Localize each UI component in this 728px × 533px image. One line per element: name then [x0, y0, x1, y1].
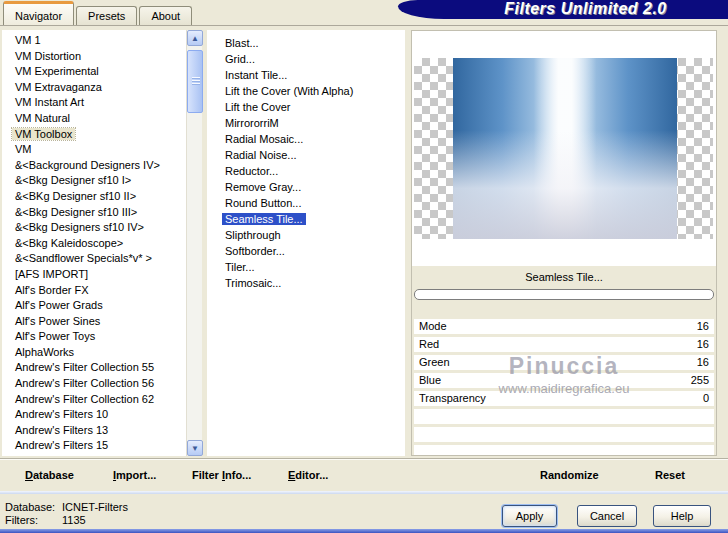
- database-value: ICNET-Filters: [62, 501, 128, 514]
- param-row: Mode16: [414, 319, 714, 334]
- tab-navigator[interactable]: Navigator: [3, 1, 74, 25]
- category-item[interactable]: VM Instant Art: [12, 95, 186, 111]
- category-item[interactable]: VM Toolbox: [12, 127, 186, 143]
- filter-item[interactable]: Slipthrough: [222, 227, 405, 243]
- cancel-button[interactable]: Cancel: [577, 505, 637, 527]
- category-item[interactable]: &<Bkg Designer sf10 I>: [12, 173, 186, 189]
- param-row: Red16: [414, 337, 714, 352]
- filters-value: 1135: [62, 514, 128, 527]
- preview-area: [412, 31, 716, 266]
- filter-item[interactable]: Radial Mosaic...: [222, 131, 405, 147]
- tab-about[interactable]: About: [139, 6, 192, 25]
- param-name: Blue: [419, 373, 441, 388]
- param-value[interactable]: 16: [697, 337, 709, 352]
- category-item[interactable]: AlphaWorks: [12, 345, 186, 361]
- filter-item[interactable]: Grid...: [222, 51, 405, 67]
- category-item[interactable]: &<Bkg Designers sf10 IV>: [12, 220, 186, 236]
- filter-item[interactable]: MirrororriM: [222, 115, 405, 131]
- window-bottom-edge: [0, 529, 728, 533]
- category-item[interactable]: &<Bkg Kaleidoscope>: [12, 236, 186, 252]
- import-button[interactable]: Import...: [113, 460, 156, 491]
- preview-image: [453, 58, 677, 239]
- scrollbar-thumb[interactable]: [187, 50, 203, 113]
- status-info: Database: ICNET-Filters Filters: 1135: [5, 501, 128, 527]
- param-value[interactable]: 0: [703, 391, 709, 406]
- apply-button[interactable]: Apply: [502, 505, 557, 527]
- selected-filter-label: Seamless Tile...: [412, 266, 716, 288]
- filter-info-button[interactable]: Filter Info...: [192, 460, 251, 491]
- category-item[interactable]: Alf's Power Toys: [12, 329, 186, 345]
- param-row: Transparency0: [414, 391, 714, 406]
- filter-item[interactable]: Instant Tile...: [222, 67, 405, 83]
- toolbar: DatabaseImport...Filter Info...Editor...…: [0, 459, 728, 490]
- category-item[interactable]: VM Experimental: [12, 64, 186, 80]
- scroll-down-icon[interactable]: ▼: [187, 440, 203, 456]
- scrollbar-grip-icon: [192, 77, 200, 86]
- category-item[interactable]: Alf's Power Sines: [12, 314, 186, 330]
- category-item[interactable]: Andrew's Filter Collection 55: [12, 360, 186, 376]
- database-button[interactable]: Database: [25, 460, 74, 491]
- filters-label: Filters:: [5, 514, 62, 527]
- category-list: VM 1VM DistortionVM ExperimentalVM Extra…: [2, 30, 186, 456]
- category-item[interactable]: &<BKg Designer sf10 II>: [12, 189, 186, 205]
- filter-item[interactable]: Softborder...: [222, 243, 405, 259]
- param-name: Red: [419, 337, 439, 352]
- preview-panel: Seamless Tile... Mode16Red16Green16Blue2…: [411, 30, 717, 456]
- category-item[interactable]: VM 1: [12, 33, 186, 49]
- category-item[interactable]: [AFS IMPORT]: [12, 267, 186, 283]
- filter-item[interactable]: Radial Noise...: [222, 147, 405, 163]
- category-item[interactable]: Andrew's Filters 10: [12, 407, 186, 423]
- param-value[interactable]: 16: [697, 319, 709, 334]
- param-row-empty: [414, 409, 714, 424]
- database-label: Database:: [5, 501, 62, 514]
- category-item[interactable]: Andrew's Filters 13: [12, 423, 186, 439]
- parameter-table: Mode16Red16Green16Blue255Transparency0: [412, 319, 716, 455]
- param-name: Mode: [419, 319, 447, 334]
- param-value[interactable]: 255: [691, 373, 709, 388]
- scroll-up-icon[interactable]: ▲: [187, 30, 203, 46]
- filters-unlimited-window: Navigator Presets About Filters Unlimite…: [0, 0, 728, 533]
- app-title-banner: Filters Unlimited 2.0: [398, 0, 728, 19]
- filter-list: Blast...Grid...Instant Tile...Lift the C…: [207, 30, 405, 456]
- category-item[interactable]: Andrew's Filter Collection 56: [12, 376, 186, 392]
- param-row: Green16: [414, 355, 714, 370]
- category-scrollbar[interactable]: ▲ ▼: [186, 30, 202, 456]
- filter-item[interactable]: Blast...: [222, 35, 405, 51]
- category-item[interactable]: VM: [12, 142, 186, 158]
- filter-item[interactable]: Round Button...: [222, 195, 405, 211]
- progress-bar: [414, 289, 714, 300]
- help-button[interactable]: Help: [653, 505, 711, 527]
- param-value[interactable]: 16: [697, 355, 709, 370]
- category-item[interactable]: Alf's Border FX: [12, 283, 186, 299]
- filter-item[interactable]: Reductor...: [222, 163, 405, 179]
- category-item[interactable]: Alf's Power Grads: [12, 298, 186, 314]
- filter-item[interactable]: Trimosaic...: [222, 275, 405, 291]
- category-item[interactable]: &<Background Designers IV>: [12, 158, 186, 174]
- editor-button[interactable]: Editor...: [288, 460, 328, 491]
- app-title: Filters Unlimited 2.0: [504, 0, 667, 17]
- category-item[interactable]: &<Bkg Designer sf10 III>: [12, 205, 186, 221]
- reset-button[interactable]: Reset: [655, 460, 685, 491]
- category-item[interactable]: VM Extravaganza: [12, 80, 186, 96]
- status-bar: Database: ICNET-Filters Filters: 1135 Ap…: [0, 494, 728, 529]
- filter-item[interactable]: Seamless Tile...: [222, 211, 405, 227]
- category-item[interactable]: &<Sandflower Specials*v* >: [12, 251, 186, 267]
- randomize-button[interactable]: Randomize: [540, 460, 599, 491]
- param-name: Transparency: [419, 391, 486, 406]
- param-row: Blue255: [414, 373, 714, 388]
- category-item[interactable]: VM Distortion: [12, 49, 186, 65]
- filter-item[interactable]: Tiler...: [222, 259, 405, 275]
- filter-item[interactable]: Remove Gray...: [222, 179, 405, 195]
- param-name: Green: [419, 355, 450, 370]
- param-row-empty: [414, 427, 714, 442]
- filter-item[interactable]: Lift the Cover (With Alpha): [222, 83, 405, 99]
- tab-presets[interactable]: Presets: [76, 6, 137, 25]
- param-row-empty: [414, 445, 714, 455]
- filter-item[interactable]: Lift the Cover: [222, 99, 405, 115]
- category-item[interactable]: Andrew's Filters 15: [12, 438, 186, 454]
- category-item[interactable]: Andrew's Filter Collection 62: [12, 392, 186, 408]
- category-item[interactable]: VM Natural: [12, 111, 186, 127]
